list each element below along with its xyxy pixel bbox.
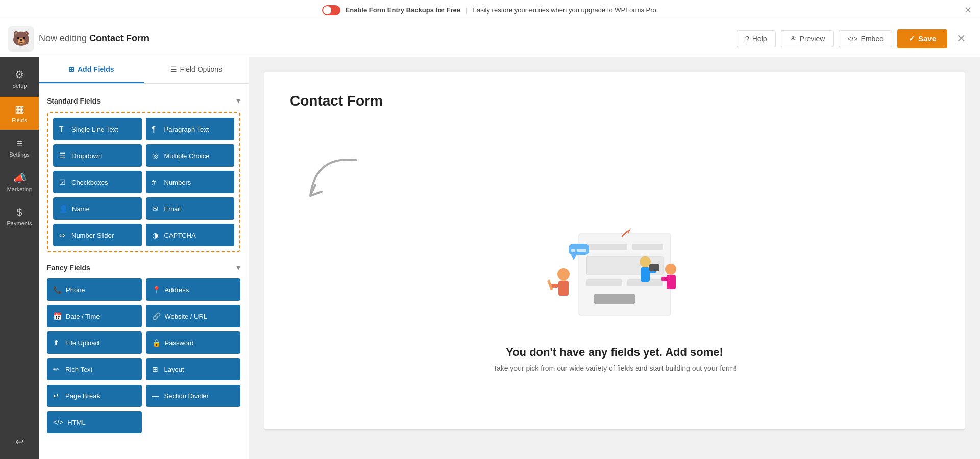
standard-fields-header: Standard Fields ▾ — [47, 96, 240, 106]
field-paragraph-text[interactable]: ¶ Paragraph Text — [146, 118, 235, 140]
field-email[interactable]: ✉ Email — [146, 197, 235, 220]
field-file-upload[interactable]: ⬆ File Upload — [47, 332, 142, 354]
sidebar-item-marketing[interactable]: 📣 Marketing — [0, 166, 39, 198]
email-icon: ✉ — [152, 205, 160, 213]
svg-rect-14 — [649, 264, 659, 271]
field-name[interactable]: 👤 Name — [53, 197, 142, 220]
field-options-tab-icon: ☰ — [170, 65, 177, 73]
sidebar-label-marketing: Marketing — [7, 186, 32, 192]
field-section-divider[interactable]: — Section Divider — [146, 385, 241, 407]
field-password[interactable]: 🔒 Password — [146, 332, 241, 354]
svg-point-7 — [557, 268, 570, 280]
empty-state-arrow — [305, 150, 366, 213]
close-notification-button[interactable]: ✕ — [964, 5, 972, 16]
backup-toggle[interactable] — [322, 5, 340, 15]
icon-sidebar: ⚙ Setup ▦ Fields ≡ Settings 📣 Marketing … — [0, 57, 39, 459]
checkboxes-icon: ☑ — [59, 178, 67, 186]
collapse-panel-button[interactable]: ‹ — [249, 248, 249, 268]
preview-button[interactable]: 👁 Preview — [781, 30, 834, 47]
field-numbers[interactable]: # Numbers — [146, 171, 235, 193]
number-slider-icon: ⇔ — [59, 231, 67, 239]
field-phone[interactable]: 📞 Phone — [47, 278, 142, 301]
section-divider-icon: — — [152, 392, 160, 400]
rich-text-icon: ✏ — [53, 365, 61, 373]
form-card: Contact Form — [264, 72, 965, 429]
settings-icon: ≡ — [16, 138, 22, 149]
sidebar-item-setup[interactable]: ⚙ Setup — [0, 62, 39, 95]
sidebar-label-setup: Setup — [12, 83, 27, 89]
panel-tabs: ⊞ Add Fields ☰ Field Options — [39, 57, 249, 84]
password-icon: 🔒 — [152, 339, 161, 347]
standard-fields-toggle[interactable]: ▾ — [236, 96, 240, 106]
sidebar-item-payments[interactable]: $ Payments — [0, 200, 39, 233]
form-title: Contact Form — [290, 93, 939, 109]
add-fields-tab-label: Add Fields — [78, 65, 114, 73]
help-icon: ? — [745, 35, 749, 43]
phone-icon: 📞 — [53, 286, 62, 294]
save-button[interactable]: ✓ Save — [897, 29, 947, 48]
field-layout[interactable]: ⊞ Layout — [146, 358, 241, 380]
paragraph-icon: ¶ — [152, 125, 160, 133]
notification-bar: Enable Form Entry Backups for Free | Eas… — [0, 0, 980, 20]
svg-point-11 — [640, 256, 651, 267]
fancy-fields-grid: 📞 Phone 📍 Address 📅 Date / Time 🔗 Websit… — [47, 278, 240, 434]
sidebar-label-payments: Payments — [7, 220, 32, 226]
svg-point-15 — [665, 264, 676, 275]
notification-divider: | — [465, 6, 467, 14]
save-icon: ✓ — [909, 34, 915, 43]
field-single-line-text[interactable]: T Single Line Text — [53, 118, 142, 140]
setup-icon: ⚙ — [15, 68, 24, 81]
sidebar-item-fields[interactable]: ▦ Fields — [0, 97, 39, 130]
sidebar-bottom: ↩ — [0, 429, 39, 459]
field-rich-text[interactable]: ✏ Rich Text — [47, 358, 142, 380]
help-button[interactable]: ? Help — [737, 30, 776, 47]
field-options-tab-label: Field Options — [180, 65, 222, 73]
close-editor-button[interactable]: ✕ — [952, 30, 970, 47]
field-address[interactable]: 📍 Address — [146, 278, 241, 301]
field-dropdown[interactable]: ☰ Dropdown — [53, 144, 142, 167]
dropdown-icon: ☰ — [59, 151, 67, 160]
svg-rect-8 — [558, 280, 569, 296]
field-checkboxes[interactable]: ☑ Checkboxes — [53, 171, 142, 193]
svg-rect-6 — [594, 294, 635, 304]
tab-field-options[interactable]: ☰ Field Options — [144, 57, 249, 83]
svg-rect-17 — [662, 277, 668, 281]
multiple-choice-icon: ◎ — [152, 151, 160, 160]
sidebar-label-settings: Settings — [9, 151, 30, 158]
fancy-fields-toggle[interactable]: ▾ — [236, 263, 240, 272]
field-number-slider[interactable]: ⇔ Number Slider — [53, 224, 142, 246]
svg-rect-16 — [667, 275, 676, 289]
svg-rect-21 — [577, 249, 586, 252]
website-url-icon: 🔗 — [152, 312, 161, 320]
fancy-fields-header: Fancy Fields ▾ — [47, 263, 240, 272]
field-date-time[interactable]: 📅 Date / Time — [47, 305, 142, 327]
fields-scroll-area[interactable]: Standard Fields ▾ T Single Line Text ¶ P… — [39, 84, 249, 459]
preview-icon: 👁 — [790, 35, 797, 43]
field-html[interactable]: </> HTML — [47, 411, 142, 434]
standard-fields-grid: T Single Line Text ¶ Paragraph Text ☰ Dr… — [47, 112, 240, 252]
tab-add-fields[interactable]: ⊞ Add Fields — [39, 57, 144, 83]
field-multiple-choice[interactable]: ◎ Multiple Choice — [146, 144, 235, 167]
field-website-url[interactable]: 🔗 Website / URL — [146, 305, 241, 327]
empty-state: You don't have any fields yet. Add some!… — [290, 130, 939, 393]
embed-button[interactable]: </> Embed — [839, 30, 892, 47]
history-icon: ↩ — [15, 436, 24, 448]
numbers-icon: # — [152, 178, 160, 186]
address-icon: 📍 — [152, 286, 161, 294]
sidebar-item-settings[interactable]: ≡ Settings — [0, 132, 39, 164]
sidebar-item-history[interactable]: ↩ — [0, 429, 39, 454]
header-actions: ? Help 👁 Preview </> Embed ✓ Save ✕ — [737, 29, 970, 48]
logo-area: 🐻 Now editing Contact Form — [8, 26, 149, 52]
notification-description: Easily restore your entries when you upg… — [472, 6, 658, 14]
date-time-icon: 📅 — [53, 312, 62, 320]
field-captcha[interactable]: ◑ CAPTCHA — [146, 224, 235, 246]
sidebar-label-fields: Fields — [12, 117, 27, 123]
embed-icon: </> — [847, 35, 857, 43]
empty-heading: You don't have any fields yet. Add some! — [506, 346, 723, 359]
field-page-break[interactable]: ↵ Page Break — [47, 385, 142, 407]
html-icon: </> — [53, 418, 63, 426]
captcha-icon: ◑ — [152, 231, 160, 239]
fields-panel: ⊞ Add Fields ☰ Field Options Standard Fi… — [39, 57, 249, 459]
svg-rect-1 — [586, 244, 627, 250]
notification-title: Enable Form Entry Backups for Free — [346, 6, 460, 14]
